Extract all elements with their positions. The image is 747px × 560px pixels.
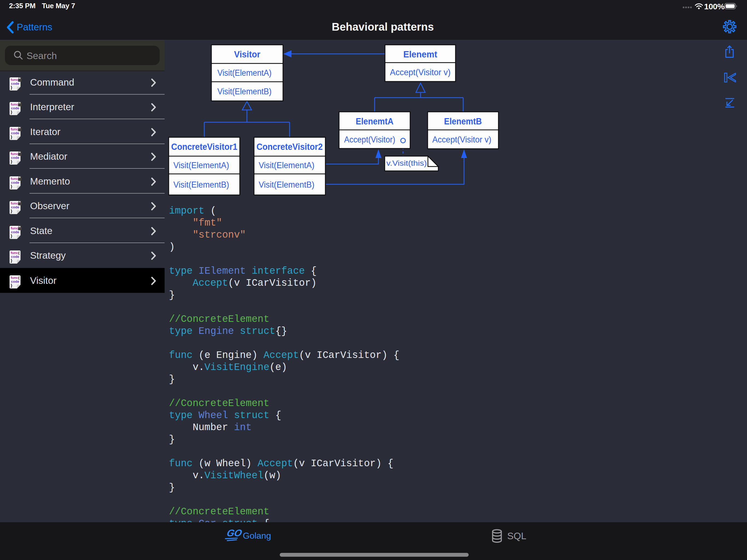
svg-text:Visit(ElementB): Visit(ElementB) — [259, 180, 314, 189]
svg-text:ConcreteVisitor1: ConcreteVisitor1 — [171, 142, 237, 152]
svg-text:Visit(ElementA): Visit(ElementA) — [259, 160, 314, 170]
svg-text:Visit(ElementA): Visit(ElementA) — [217, 68, 272, 78]
svg-text:ConcreteVisitor2: ConcreteVisitor2 — [256, 142, 323, 152]
svg-text:ElenemtB: ElenemtB — [444, 116, 482, 126]
svg-text:Accept(Visitor): Accept(Visitor) — [344, 135, 395, 144]
svg-text:GO: GO — [226, 528, 242, 538]
svg-text:Visitor: Visitor — [234, 49, 260, 59]
svg-text:Visit(ElementB): Visit(ElementB) — [217, 87, 272, 96]
svg-text:v.Visit(this): v.Visit(this) — [386, 159, 427, 167]
svg-text:Visit(ElementA): Visit(ElementA) — [173, 160, 229, 170]
svg-text:ElenemtA: ElenemtA — [356, 116, 393, 126]
svg-text:Elenemt: Elenemt — [403, 49, 437, 59]
svg-text:Accept(Visitor v): Accept(Visitor v) — [432, 135, 491, 144]
svg-text:Accept(Visitor v): Accept(Visitor v) — [390, 68, 450, 77]
svg-text:Visit(ElementB): Visit(ElementB) — [173, 180, 229, 189]
